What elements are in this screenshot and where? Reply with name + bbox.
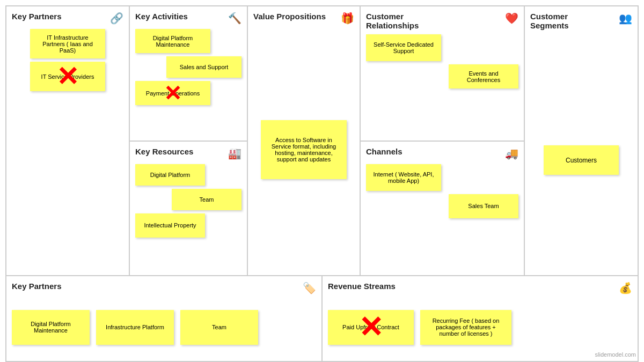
sticky-team: Team [172, 189, 241, 210]
people-icon: 👥 [619, 12, 632, 25]
sticky-sales-team-text: Sales Team [468, 203, 499, 209]
sticky-team-cost: Team [180, 310, 258, 345]
customer-rel-stickies: Self-Service Dedicated Support Events an… [366, 34, 518, 88]
key-activities-header: Key Activities 🔨 [135, 12, 241, 25]
channels-cell: Channels 🚚 Internet ( Website, API, mobi… [361, 142, 524, 276]
sticky-recurring-fee-text: Recurring Fee ( based on packages of fea… [426, 317, 506, 337]
sticky-recurring-fee: Recurring Fee ( based on packages of fea… [420, 310, 511, 345]
customer-rel-header: CustomerRelationships ❤️ [366, 12, 518, 30]
sticky-sales-support-text: Sales and Support [180, 64, 229, 70]
sticky-payment-ops: Payment Operations ✕ [135, 81, 210, 105]
revenue-cell: Revenue Streams 💰 Paid Upfront Contract … [323, 276, 638, 361]
key-cost-header: Key Partners 🏷️ [12, 282, 316, 294]
sticky-sales-support: Sales and Support [166, 56, 241, 78]
sticky-infra-platform-text: Infrastructure Platform [106, 324, 164, 330]
customer-seg-title: CustomerSegments [530, 12, 569, 30]
sticky-team-text: Team [200, 196, 214, 203]
value-props-cell: Value Propositions 🎁 Access to Software … [248, 6, 361, 275]
sticky-access-software-text: Access to Software in Service format, in… [266, 137, 341, 162]
sticky-digital-platform-cost-text: Digital Platform Maintenance [17, 321, 84, 334]
top-section: Key Partners 🔗 IT Infrastructure Partner… [5, 5, 639, 276]
sticky-digital-platform-maint: Digital Platform Maintenance [135, 29, 210, 53]
sticky-paid-upfront: Paid Upfront Contract ✕ [328, 310, 414, 345]
factory-icon: 🏭 [228, 147, 241, 160]
value-props-title: Value Propositions [253, 12, 326, 21]
sticky-it-infra: IT Infrastructure Partners ( Iaas and Pa… [30, 29, 105, 58]
right-section: CustomerRelationships ❤️ Self-Service De… [361, 6, 638, 275]
customer-rel-cell: CustomerRelationships ❤️ Self-Service De… [361, 6, 524, 142]
money-bag-icon: 💰 [619, 282, 632, 294]
sticky-it-infra-text: IT Infrastructure Partners ( Iaas and Pa… [35, 34, 100, 54]
revenue-header: Revenue Streams 💰 [328, 282, 632, 294]
heart-icon: ❤️ [505, 12, 518, 25]
key-resources-header: Key Resources 🏭 [135, 147, 241, 160]
value-props-header: Value Propositions 🎁 [253, 12, 354, 25]
sticky-paid-upfront-text: Paid Upfront Contract [342, 324, 399, 330]
sticky-digital-platform-res-text: Digital Platform [150, 172, 191, 178]
gift-icon: 🎁 [341, 12, 354, 25]
customer-seg-cell: CustomerSegments 👥 Customers [525, 6, 638, 275]
customer-rel-title: CustomerRelationships [366, 12, 419, 30]
sticky-infra-platform: Infrastructure Platform [96, 310, 174, 345]
tag-icon: 🏷️ [303, 282, 316, 294]
sticky-it-service: IT Service Providers ✕ [30, 62, 105, 91]
key-partners-cell: Key Partners 🔗 IT Infrastructure Partner… [6, 6, 130, 275]
channels-title: Channels [366, 147, 402, 156]
link-icon: 🔗 [110, 12, 123, 25]
channels-header: Channels 🚚 [366, 147, 518, 160]
sticky-intellectual-text: Intellectual Property [144, 222, 196, 228]
sticky-internet-text: Internet ( Website, API, mobile App) [371, 171, 436, 184]
sticky-customers-text: Customers [566, 157, 597, 164]
cust-rel-channels-col: CustomerRelationships ❤️ Self-Service De… [361, 6, 525, 275]
activities-resources-col: Key Activities 🔨 Digital Platform Mainte… [130, 6, 248, 275]
sticky-self-service-text: Self-Service Dedicated Support [371, 41, 436, 54]
key-activities-stickies: Digital Platform Maintenance Sales and S… [135, 29, 241, 105]
key-resources-cell: Key Resources 🏭 Digital Platform Team In… [130, 142, 247, 276]
key-activities-cell: Key Activities 🔨 Digital Platform Mainte… [130, 6, 247, 142]
revenue-stickies: Paid Upfront Contract ✕ Recurring Fee ( … [328, 299, 632, 356]
truck-icon: 🚚 [505, 147, 518, 160]
sticky-digital-platform-cost: Digital Platform Maintenance [12, 310, 90, 345]
value-props-stickies: Access to Software in Service format, in… [253, 29, 354, 270]
canvas: Key Partners 🔗 IT Infrastructure Partner… [0, 0, 644, 362]
sticky-payment-ops-text: Payment Operations [146, 90, 200, 97]
key-cost-title: Key Partners [12, 282, 62, 291]
sticky-events: Events and Conferences [449, 64, 518, 88]
sticky-digital-platform-res: Digital Platform [135, 164, 205, 186]
key-partners-header: Key Partners 🔗 [12, 12, 123, 25]
sticky-intellectual: Intellectual Property [135, 213, 205, 238]
key-activities-title: Key Activities [135, 12, 188, 21]
key-resources-stickies: Digital Platform Team Intellectual Prope… [135, 164, 241, 238]
credit: slidemodel.com [595, 351, 636, 358]
key-partners-stickies: IT Infrastructure Partners ( Iaas and Pa… [12, 29, 123, 270]
key-cost-stickies: Digital Platform Maintenance Infrastruct… [12, 299, 316, 356]
sticky-customers: Customers [544, 145, 619, 175]
bottom-section: Key Partners 🏷️ Digital Platform Mainten… [5, 276, 639, 362]
sticky-team-cost-text: Team [212, 324, 226, 330]
hammer-icon: 🔨 [228, 12, 241, 25]
revenue-title: Revenue Streams [328, 282, 396, 291]
sticky-access-software: Access to Software in Service format, in… [261, 120, 347, 179]
customer-seg-stickies: Customers [530, 50, 632, 270]
sticky-it-service-text: IT Service Providers [41, 73, 94, 80]
sticky-events-text: Events and Conferences [454, 70, 513, 83]
key-resources-title: Key Resources [135, 147, 193, 156]
customer-seg-header: CustomerSegments 👥 [530, 12, 632, 30]
key-cost-cell: Key Partners 🏷️ Digital Platform Mainten… [6, 276, 323, 361]
channels-stickies: Internet ( Website, API, mobile App) Sal… [366, 164, 518, 218]
sticky-self-service: Self-Service Dedicated Support [366, 34, 441, 61]
sticky-digital-platform-maint-text: Digital Platform Maintenance [141, 35, 205, 48]
sticky-sales-team: Sales Team [449, 194, 518, 218]
key-partners-title: Key Partners [12, 12, 62, 21]
sticky-internet: Internet ( Website, API, mobile App) [366, 164, 441, 191]
